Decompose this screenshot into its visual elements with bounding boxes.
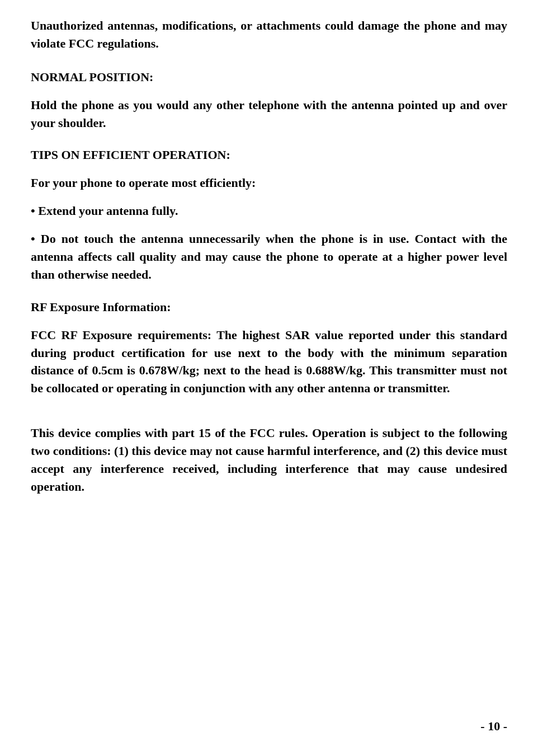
paragraph-rf-body: FCC RF Exposure requirements: The highes… [31, 326, 507, 398]
paragraph-normal-position-heading: NORMAL POSITION: [31, 68, 507, 86]
page-number-row: - 10 - [31, 708, 507, 734]
paragraph-tips-body1: For your phone to operate most efficient… [31, 174, 507, 192]
paragraph-unauthorized: Unauthorized antennas, modifications, or… [31, 17, 507, 53]
paragraph-rf-heading: RF Exposure Information: [31, 298, 507, 316]
paragraph-tips-body3: • Do not touch the antenna unnecessarily… [31, 230, 507, 284]
page-number: - 10 - [480, 719, 507, 734]
paragraph-fcc-compliance: This device complies with part 15 of the… [31, 424, 507, 496]
paragraph-normal-position-body: Hold the phone as you would any other te… [31, 96, 507, 132]
content-area: Unauthorized antennas, modifications, or… [31, 17, 507, 708]
page-container: Unauthorized antennas, modifications, or… [0, 0, 538, 756]
paragraph-tips-heading: TIPS ON EFFICIENT OPERATION: [31, 146, 507, 164]
paragraph-tips-body2: • Extend your antenna fully. [31, 202, 507, 220]
